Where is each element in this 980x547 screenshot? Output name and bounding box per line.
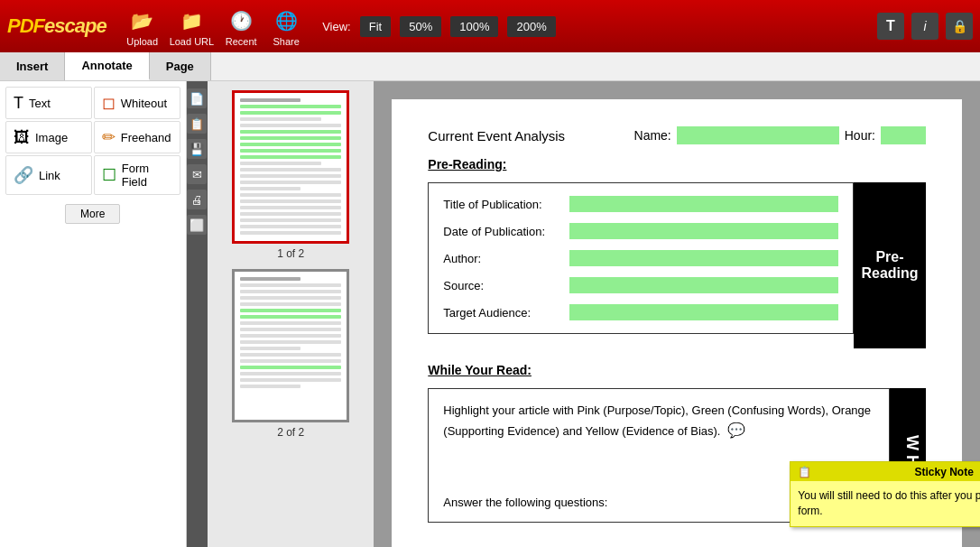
annotation-panel: T Text ◻ Whiteout 🖼 Image ✏ Freehand 🔗 L… [0, 81, 187, 547]
form-field-icon: ☐ [102, 165, 116, 185]
logo-pdf: PDF [7, 14, 44, 37]
tab-page[interactable]: Page [150, 52, 211, 80]
left-sidebar: 📄 📋 💾 ✉ 🖨 ⬜ [187, 81, 208, 547]
pdf-page: Current Event Analysis Name: Hour: Pre-R… [392, 99, 962, 547]
link-tool-button[interactable]: 🔗 Link [5, 155, 92, 195]
audience-field[interactable] [569, 304, 838, 320]
tab-annotate[interactable]: Annotate [65, 52, 149, 80]
info-button[interactable]: i [911, 13, 938, 40]
link-label: Link [39, 169, 60, 182]
while-read-header: While Your Read: [428, 363, 926, 377]
text-tool-icon: T [14, 94, 23, 113]
sticky-note-header: 📋 Sticky Note — [790, 462, 980, 481]
image-icon: 🖼 [14, 128, 30, 147]
name-field[interactable] [677, 126, 839, 144]
author-field[interactable] [569, 250, 838, 266]
zoom-100-button[interactable]: 100% [450, 16, 498, 37]
form-row-date: Date of Publication: [443, 223, 838, 239]
highlight-text: Highlight your article with Pink (Purpos… [443, 403, 871, 438]
upload-icon: 📂 [126, 5, 159, 36]
while-read-area: While Your Read: Highlight your article … [428, 363, 926, 523]
toolbar-right-icons: T i 🔒 [877, 13, 973, 40]
main-toolbar: PDFescape 📂 Upload 📁 Load URL 🕐 Recent 🌐… [0, 0, 980, 52]
pre-reading-label-box: Pre-Reading [854, 182, 926, 348]
thumb-label-2: 2 of 2 [277, 426, 304, 439]
thumbnail-2[interactable]: 2 of 2 [232, 269, 349, 439]
zoom-50-button[interactable]: 50% [400, 16, 441, 37]
text-tool-button[interactable]: T Text [5, 87, 92, 119]
sidebar-icon-email[interactable]: ✉ [187, 164, 207, 184]
image-label: Image [35, 131, 68, 144]
load-url-button[interactable]: 📁 Load URL [170, 5, 215, 47]
form-field-label: Form Field [122, 162, 172, 189]
pre-reading-section: Title of Publication: Date of Publicatio… [428, 182, 854, 334]
source-field[interactable] [569, 277, 838, 293]
page-title: Current Event Analysis [428, 128, 565, 144]
sidebar-icon-print[interactable]: 🖨 [187, 190, 207, 209]
recent-label: Recent [226, 36, 257, 47]
recent-button[interactable]: 🕐 Recent [223, 5, 259, 47]
load-url-icon: 📁 [175, 5, 208, 36]
share-label: Share [273, 36, 299, 47]
highlight-instruction-text: Highlight your article with Pink (Purpos… [443, 402, 874, 441]
form-label-title: Title of Publication: [443, 198, 569, 211]
pre-reading-header: Pre-Reading: [428, 157, 926, 172]
sidebar-icon-blank[interactable]: ⬜ [187, 215, 207, 235]
hour-field[interactable] [881, 126, 926, 144]
form-label-source: Source: [443, 279, 569, 292]
zoom-fit-button[interactable]: Fit [360, 16, 391, 37]
name-area: Name: Hour: [634, 126, 926, 144]
thumbnail-panel: 1 of 2 [208, 81, 374, 547]
sidebar-icon-bookmark[interactable]: 📋 [187, 114, 207, 134]
freehand-label: Freehand [121, 131, 171, 144]
date-field[interactable] [569, 223, 838, 239]
recent-icon: 🕐 [225, 5, 257, 36]
thumb-image-2 [232, 269, 349, 422]
thumb-label-1: 1 of 2 [277, 247, 304, 260]
logo-escape: escape [44, 14, 106, 37]
sticky-note-body: You will still need to do this after you… [790, 481, 980, 526]
title-field[interactable] [569, 196, 838, 212]
sidebar-icon-save[interactable]: 💾 [187, 139, 207, 159]
whiteout-tool-button[interactable]: ◻ Whiteout [94, 87, 180, 119]
text-tool-label: Text [29, 97, 51, 110]
link-icon: 🔗 [14, 165, 33, 185]
sticky-note-title: Sticky Note [914, 466, 973, 478]
app-logo: PDFescape [7, 14, 106, 38]
freehand-icon: ✏ [102, 127, 116, 147]
share-button[interactable]: 🌐 Share [268, 5, 304, 47]
load-url-label: Load URL [170, 36, 215, 47]
main-content-area: Current Event Analysis Name: Hour: Pre-R… [374, 81, 980, 547]
whiteout-label: Whiteout [121, 97, 167, 110]
form-row-author: Author: [443, 250, 838, 266]
upload-label: Upload [126, 36, 158, 47]
freehand-tool-button[interactable]: ✏ Freehand [94, 121, 180, 153]
sidebar-icon-document[interactable]: 📄 [187, 88, 207, 108]
view-label: View: [322, 20, 351, 33]
sticky-note-text: You will still need to do this after you… [798, 489, 980, 517]
form-label-date: Date of Publication: [443, 225, 569, 238]
thumbnail-1[interactable]: 1 of 2 [232, 90, 349, 260]
zoom-200-button[interactable]: 200% [507, 16, 555, 37]
while-read-section-wrap: Highlight your article with Pink (Purpos… [428, 388, 926, 523]
form-label-author: Author: [443, 252, 569, 265]
form-row-source: Source: [443, 277, 838, 293]
tab-insert[interactable]: Insert [0, 52, 65, 80]
text-cursor-button[interactable]: T [877, 13, 904, 40]
hour-label: Hour: [845, 128, 875, 143]
form-label-audience: Target Audience: [443, 306, 569, 320]
answer-label: Answer the following questions: [443, 496, 607, 509]
name-label: Name: [634, 128, 671, 143]
more-button[interactable]: More [65, 204, 120, 224]
page-header: Current Event Analysis Name: Hour: [428, 126, 926, 144]
pre-reading-label-text: Pre-Reading [861, 249, 918, 282]
image-tool-button[interactable]: 🖼 Image [5, 121, 92, 153]
form-row-title: Title of Publication: [443, 196, 838, 212]
app-body: T Text ◻ Whiteout 🖼 Image ✏ Freehand 🔗 L… [0, 81, 980, 547]
annotation-grid: T Text ◻ Whiteout 🖼 Image ✏ Freehand 🔗 L… [0, 81, 186, 200]
lock-button[interactable]: 🔒 [946, 13, 973, 40]
upload-button[interactable]: 📂 Upload [125, 5, 161, 47]
whiteout-icon: ◻ [102, 93, 116, 113]
form-field-tool-button[interactable]: ☐ Form Field [94, 155, 180, 195]
form-row-audience: Target Audience: [443, 304, 838, 320]
